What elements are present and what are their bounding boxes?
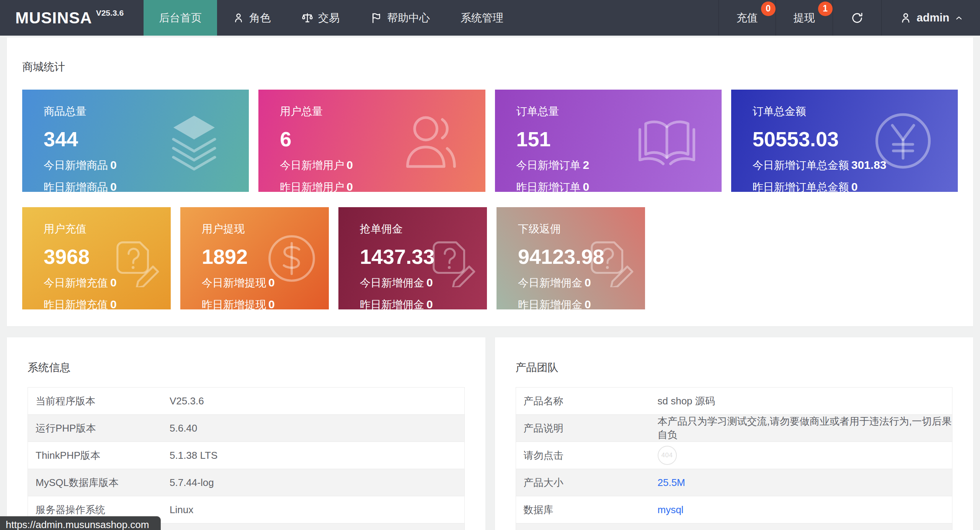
stat-line-value: 0 (346, 180, 353, 192)
row-value: sd shop 源码 (658, 394, 952, 408)
stat-line-label: 昨日新增提现 (202, 299, 266, 309)
admin-menu[interactable]: admin (881, 0, 980, 36)
nav-item-label: 角色 (249, 11, 271, 25)
person-icon (232, 12, 245, 24)
flag-icon (370, 12, 382, 24)
stat-line-value: 0 (583, 180, 590, 192)
chevron-up-icon (954, 13, 964, 23)
stat-line-label: 今日新增订单总金额 (753, 159, 849, 171)
row-label: 当前程序版本 (28, 394, 170, 408)
stat-line-value: 0 (268, 276, 275, 289)
recharge-badge: 0 (761, 2, 776, 16)
withdraw-label: 提现 (794, 12, 815, 24)
stat-cards-row-1: 商品总量 344 今日新增商品0 昨日新增商品0 用户总量 6 今日新增用户0 … (22, 90, 958, 192)
stat-card-user-withdraw: 用户提现 1892 今日新增提现0 昨日新增提现0 (180, 207, 329, 309)
row-label: 运行PHP版本 (28, 422, 170, 435)
row-value-404: 404 (658, 446, 952, 465)
stat-line-label: 昨日新增佣金 (518, 299, 582, 309)
stat-card-value: 344 (44, 127, 249, 151)
stat-line-value: 0 (585, 276, 591, 289)
stat-line-value: 0 (110, 180, 117, 192)
system-info-table: 当前程序版本 V25.3.6 运行PHP版本 5.6.40 ThinkPHP版本… (28, 387, 465, 530)
stats-section-title: 商城统计 (22, 60, 958, 74)
scales-icon (301, 12, 314, 24)
nav-item-label: 后台首页 (159, 11, 202, 25)
nav-item-label: 交易 (318, 11, 340, 25)
stat-card-value: 1437.33 (360, 245, 487, 268)
admin-username: admin (917, 11, 949, 24)
stat-card-title: 订单总量 (516, 104, 722, 119)
stat-card-value: 50553.03 (753, 127, 958, 151)
shop-stats-panel: 商城统计 商品总量 344 今日新增商品0 昨日新增商品0 用户总量 6 今日新… (7, 38, 973, 326)
table-row: 产品说明 本产品只为学习测试交流,请勿要做商业或者用于违法行为,一切后果自负 (516, 414, 952, 442)
recharge-label: 充值 (737, 12, 758, 24)
table-row: 版本 V25.3.6 (516, 523, 952, 530)
nav-item-system-settings[interactable]: 系统管理 (445, 0, 519, 36)
stat-card-title: 商品总量 (44, 104, 249, 119)
row-value: 本产品只为学习测试交流,请勿要做商业或者用于违法行为,一切后果自负 (658, 415, 952, 442)
badge-404[interactable]: 404 (658, 446, 677, 465)
user-icon (899, 11, 912, 25)
nav-item-help-center[interactable]: 帮助中心 (355, 0, 445, 36)
table-row: 请勿点击 404 (516, 442, 952, 469)
stat-line-value: 0 (268, 298, 275, 309)
nav-item-label: 帮助中心 (387, 11, 430, 25)
row-label: 服务器操作系统 (28, 503, 170, 517)
withdraw-badge: 1 (818, 2, 833, 16)
brand: MUSINSA V25.3.6 (0, 0, 144, 36)
bottom-section: 系统信息 当前程序版本 V25.3.6 运行PHP版本 5.6.40 Think… (7, 337, 973, 530)
nav-item-trade[interactable]: 交易 (286, 0, 355, 36)
recharge-button[interactable]: 充值 0 (719, 0, 776, 36)
stat-line-value: 301.83 (851, 159, 887, 171)
stat-card-title: 订单总金额 (753, 104, 958, 119)
row-value: 5.6.40 (170, 422, 464, 434)
stat-line-label: 今日新增佣金 (360, 277, 424, 289)
table-row: 产品名称 sd shop 源码 (516, 388, 952, 414)
nav-item-dashboard[interactable]: 后台首页 (144, 0, 217, 36)
product-size-link[interactable]: 25.5M (658, 477, 685, 488)
stat-cards-row-2: 用户充值 3968 今日新增充值0 昨日新增充值0 用户提现 1892 今日新增… (22, 207, 958, 309)
app-version: V25.3.6 (96, 8, 124, 18)
stat-line-value: 0 (346, 159, 353, 171)
stat-card-order-commission: 抢单佣金 1437.33 今日新增佣金0 昨日新增佣金0 (338, 207, 487, 309)
row-label: 请勿点击 (516, 449, 658, 462)
product-team-panel: 产品团队 产品名称 sd shop 源码 产品说明 本产品只为学习测试交流,请勿… (495, 337, 973, 530)
stat-card-title: 用户总量 (280, 104, 485, 119)
stat-line-label: 昨日新增商品 (44, 181, 108, 192)
stat-card-value: 6 (280, 127, 485, 151)
stat-line-value: 0 (110, 276, 117, 289)
row-value: 5.7.44-log (170, 477, 464, 489)
stat-line-label: 今日新增佣金 (518, 277, 582, 289)
table-row: 当前程序版本 V25.3.6 (28, 388, 464, 414)
stat-line-label: 昨日新增订单 (516, 181, 581, 192)
table-row: 数据库 mysql (516, 496, 952, 523)
stat-line-label: 昨日新增订单总金额 (753, 181, 849, 192)
stat-line-value: 0 (110, 159, 117, 171)
system-info-title: 系统信息 (28, 360, 465, 375)
row-value: 5.1.38 LTS (170, 450, 464, 461)
stat-line-label: 今日新增充值 (44, 277, 108, 289)
stat-line-label: 今日新增提现 (202, 277, 266, 289)
stat-card-value: 151 (516, 127, 722, 151)
stat-card-title: 抢单佣金 (360, 222, 487, 236)
nav-item-label: 系统管理 (461, 11, 503, 25)
top-navbar: MUSINSA V25.3.6 后台首页 角色 交易 帮助中心 系统管理 充值 … (0, 0, 980, 36)
row-label: 产品说明 (516, 422, 658, 435)
withdraw-button[interactable]: 提现 1 (776, 0, 833, 36)
table-row: ThinkPHP版本 5.1.38 LTS (28, 442, 464, 469)
refresh-button[interactable] (833, 0, 881, 36)
stat-card-title: 下级返佣 (518, 222, 645, 236)
link-status-tooltip: https://admin.musunsashop.com (0, 516, 161, 530)
navbar-right: 充值 0 提现 1 admin (719, 0, 980, 36)
stat-card-users-total: 用户总量 6 今日新增用户0 昨日新增用户0 (258, 90, 485, 192)
database-link[interactable]: mysql (658, 504, 684, 515)
table-row: MySQL数据库版本 5.7.44-log (28, 469, 464, 496)
stat-line-label: 昨日新增充值 (44, 299, 108, 309)
stat-line-label: 昨日新增佣金 (360, 299, 424, 309)
stat-line-value: 0 (110, 298, 117, 309)
stat-line-label: 今日新增商品 (44, 159, 108, 171)
stat-card-title: 用户充值 (44, 222, 171, 236)
row-label: 产品大小 (516, 476, 658, 489)
stat-card-value: 94123.98 (518, 245, 645, 268)
nav-item-roles[interactable]: 角色 (217, 0, 286, 36)
